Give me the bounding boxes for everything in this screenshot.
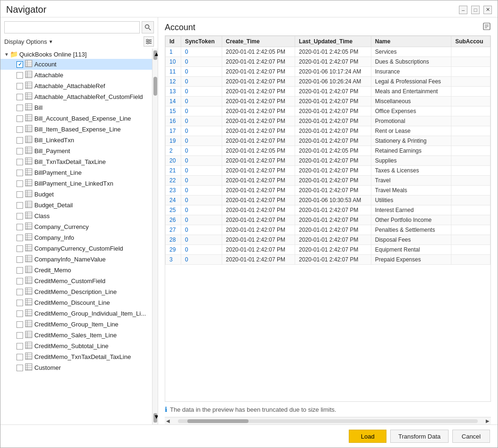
cell-synctoken: 0 xyxy=(181,235,222,245)
sidebar-item-bill-payment[interactable]: Bill_Payment xyxy=(0,146,152,156)
cell-last-updated: 2020-01-01 2:42:07 PM xyxy=(295,225,371,235)
cell-synctoken: 0 xyxy=(181,106,222,116)
checkbox-bill[interactable] xyxy=(16,105,23,111)
sidebar-item-bill[interactable]: Bill xyxy=(0,102,152,113)
display-options-button[interactable]: Display Options ▼ xyxy=(4,38,53,45)
cell-create-time: 2020-01-01 2:42:05 PM xyxy=(222,146,295,156)
sidebar-item-budget[interactable]: Budget xyxy=(0,189,152,200)
checkbox-bill-payment[interactable] xyxy=(16,148,23,155)
hscroll-track xyxy=(178,419,478,423)
sidebar-item-billpayment-linkedtxn[interactable]: BillPayment_Line_LinkedTxn xyxy=(0,178,152,189)
cell-last-updated: 2020-01-01 2:42:07 PM xyxy=(295,205,371,215)
sidebar-item-company-info[interactable]: Company_Info xyxy=(0,232,152,243)
sidebar-settings-button[interactable] xyxy=(144,36,154,47)
sidebar-item-company-currency[interactable]: Company_Currency xyxy=(0,221,152,232)
checkbox-creditmemo-customfield[interactable] xyxy=(16,278,23,285)
tree-root: ▼ 📁 QuickBooks Online [113] ✓ xyxy=(0,49,152,374)
checkbox-bill-account[interactable] xyxy=(16,115,23,122)
sidebar-item-credit-memo[interactable]: Credit_Memo xyxy=(0,265,152,276)
sidebar-item-budget-detail[interactable]: Budget_Detail xyxy=(0,200,152,211)
cell-name: Promotional xyxy=(371,116,451,126)
sidebar-item-creditmemo-subtotal[interactable]: CreditMemo_Subtotal_Line xyxy=(0,341,152,351)
checkbox-bill-item[interactable] xyxy=(16,126,23,133)
checkbox-company-info[interactable] xyxy=(16,235,23,241)
cell-synctoken: 0 xyxy=(181,47,222,57)
checkbox-attachableref[interactable] xyxy=(16,83,23,90)
checkbox-companycurrency-customfield[interactable] xyxy=(16,245,23,252)
checkbox-attachable[interactable] xyxy=(16,72,23,79)
sidebar-item-customer[interactable]: Customer xyxy=(0,362,152,373)
sidebar-item-creditmemo-discount-line[interactable]: CreditMemo_Discount_Line xyxy=(0,297,152,308)
checkbox-bill-txntax[interactable] xyxy=(16,159,23,165)
cell-subaccount xyxy=(451,156,490,166)
maximize-button[interactable]: □ xyxy=(471,6,480,14)
checkbox-bill-linkedtxn[interactable] xyxy=(16,137,23,144)
checkbox-creditmemo-sales-item[interactable] xyxy=(16,332,23,339)
label-class: Class xyxy=(34,212,50,220)
checkbox-budget-detail[interactable] xyxy=(16,202,23,209)
sidebar-item-billpayment-line[interactable]: BillPayment_Line xyxy=(0,167,152,178)
checkbox-attachableref-customfield[interactable] xyxy=(16,94,23,100)
sidebar-item-attachableref-customfield[interactable]: Attachable_AttachableRef_CustomField xyxy=(0,91,152,102)
checkbox-company-currency[interactable] xyxy=(16,224,23,230)
sidebar-scroll-thumb[interactable] xyxy=(153,77,157,96)
sidebar-item-bill-txntax[interactable]: Bill_TxnTaxDetail_TaxLine xyxy=(0,156,152,167)
cell-last-updated: 2020-01-01 2:42:07 PM xyxy=(295,176,371,186)
checkbox-creditmemo-txntax[interactable] xyxy=(16,354,23,360)
hscroll-right-arrow[interactable]: ▶ xyxy=(484,418,491,424)
checkbox-budget[interactable] xyxy=(16,191,23,198)
sidebar-item-creditmemo-desc-line[interactable]: CreditMemo_Description_Line xyxy=(0,286,152,297)
sidebar-item-attachableref[interactable]: Attachable_AttachableRef xyxy=(0,81,152,91)
tree-root-node[interactable]: ▼ 📁 QuickBooks Online [113] xyxy=(0,49,152,59)
sidebar-scrollbar[interactable]: ▲ ▼ xyxy=(152,49,158,424)
sidebar-scroll-down[interactable]: ▼ xyxy=(153,413,157,423)
checkbox-creditmemo-discount-line[interactable] xyxy=(16,300,23,306)
checkbox-class[interactable] xyxy=(16,213,23,220)
checkbox-creditmemo-group-individual[interactable] xyxy=(16,310,23,317)
horizontal-scrollbar[interactable]: ◀ ▶ xyxy=(165,417,491,424)
sidebar-item-companyinfo-namevalue[interactable]: CompanyInfo_NameValue xyxy=(0,254,152,265)
table-row: 28 0 2020-01-01 2:42:07 PM 2020-01-01 2:… xyxy=(166,235,490,245)
checkbox-creditmemo-subtotal[interactable] xyxy=(16,343,23,350)
cell-subaccount xyxy=(451,87,490,97)
sidebar-item-creditmemo-sales-item[interactable]: CreditMemo_Sales_Item_Line xyxy=(0,330,152,341)
load-button[interactable]: Load xyxy=(349,430,386,443)
search-input[interactable] xyxy=(4,21,140,33)
checkbox-billpayment-linkedtxn[interactable] xyxy=(16,180,23,187)
checkbox-companyinfo-namevalue[interactable] xyxy=(16,256,23,263)
hscroll-thumb[interactable] xyxy=(187,419,249,423)
label-company-info: Company_Info xyxy=(34,234,74,241)
sidebar-item-bill-linkedtxn[interactable]: Bill_LinkedTxn xyxy=(0,135,152,146)
cancel-button[interactable]: Cancel xyxy=(452,430,490,443)
hscroll-left-arrow[interactable]: ◀ xyxy=(165,418,171,424)
sidebar-scroll-up[interactable]: ▲ xyxy=(153,50,157,60)
sidebar-item-bill-item[interactable]: Bill_Item_Based_Expense_Line xyxy=(0,124,152,135)
main-body: Display Options ▼ xyxy=(0,17,498,424)
checkbox-customer[interactable] xyxy=(16,365,23,371)
cell-create-time: 2020-01-01 2:42:07 PM xyxy=(222,166,295,176)
table-row: 22 0 2020-01-01 2:42:07 PM 2020-01-01 2:… xyxy=(166,176,490,186)
sidebar-item-creditmemo-txntax[interactable]: CreditMemo_TxnTaxDetail_TaxLine xyxy=(0,351,152,362)
checkbox-creditmemo-group-item-line[interactable] xyxy=(16,321,23,328)
close-button[interactable]: ✕ xyxy=(483,6,492,14)
export-icon[interactable] xyxy=(482,22,491,33)
minimize-button[interactable]: – xyxy=(459,6,467,14)
sidebar-item-creditmemo-group-item-line[interactable]: CreditMemo_Group_Item_Line xyxy=(0,319,152,330)
checkbox-credit-memo[interactable] xyxy=(16,267,23,274)
sidebar-item-class[interactable]: Class xyxy=(0,211,152,221)
tree-container: ▼ 📁 QuickBooks Online [113] ✓ xyxy=(0,49,152,424)
checkbox-billpayment-line[interactable] xyxy=(16,170,23,176)
search-button[interactable] xyxy=(142,21,154,33)
cell-id: 11 xyxy=(166,67,181,77)
transform-data-button[interactable]: Transform Data xyxy=(390,430,449,443)
sidebar-item-creditmemo-group-individual[interactable]: CreditMemo_Group_Individual_Item_Li... xyxy=(0,308,152,319)
sidebar-item-account[interactable]: ✓ Account xyxy=(0,59,152,70)
checkbox-creditmemo-desc-line[interactable] xyxy=(16,289,23,295)
checkbox-account[interactable]: ✓ xyxy=(16,61,23,68)
sidebar-item-creditmemo-customfield[interactable]: CreditMemo_CustomField xyxy=(0,276,152,286)
sidebar-item-attachable[interactable]: Attachable xyxy=(0,70,152,81)
navigator-window: Navigator – □ ✕ Display Options xyxy=(0,0,498,448)
sidebar-search-area xyxy=(0,17,158,35)
sidebar-item-companycurrency-customfield[interactable]: CompanyCurrency_CustomField xyxy=(0,243,152,254)
sidebar-item-bill-account[interactable]: Bill_Account_Based_Expense_Line xyxy=(0,113,152,124)
